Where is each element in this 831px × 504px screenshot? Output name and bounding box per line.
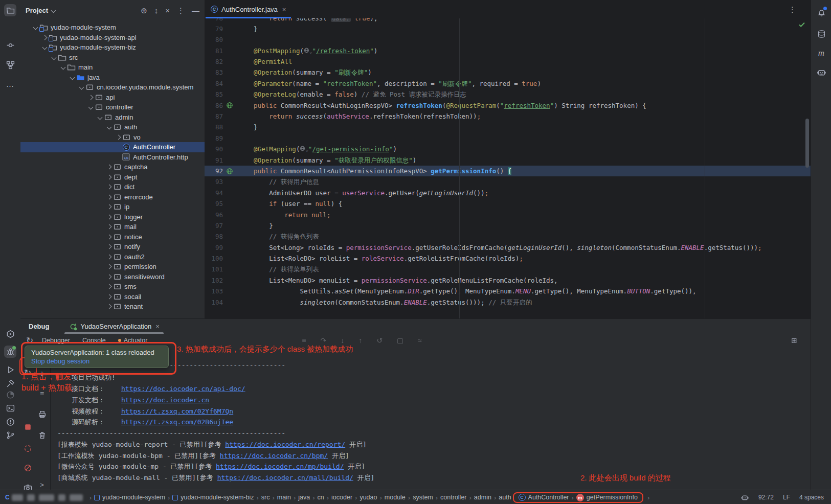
tree-item-yudao-module-system[interactable]: yudao-module-system [20,22,218,33]
chevron-right-icon[interactable] [116,134,121,140]
breadcrumb-item-iocoder[interactable]: iocoder [331,494,352,501]
breadcrumb-item-system[interactable]: system [413,494,433,501]
assistant-icon[interactable] [741,493,749,501]
console-link[interactable]: https://doc.iocoder.cn/bpm/ [220,452,328,460]
stop-debug-session-link[interactable]: Stop debug session [31,357,162,365]
console-link[interactable]: https://doc.iocoder.cn/report/ [225,441,345,448]
chevron-right-icon[interactable] [107,234,112,239]
breadcrumb-item-java[interactable]: java [298,494,310,501]
chevron-right-icon[interactable] [107,254,112,259]
chevron-down-icon[interactable] [42,45,48,50]
breadcrumb-item-yudao-module-system[interactable]: yudao-module-system [94,494,165,501]
console-link[interactable]: https://doc.iocoder.cn [121,396,209,404]
chevron-right-icon[interactable] [107,264,112,269]
stop-icon[interactable] [21,421,34,433]
chevron-down-icon[interactable] [107,125,112,130]
chevron-down-icon[interactable] [51,8,56,13]
chevron-down-icon[interactable] [33,25,38,30]
chevron-right-icon[interactable] [107,304,112,309]
breadcrumb-item-module[interactable]: module [385,494,406,501]
resume-circle-icon[interactable] [21,442,34,454]
breadcrumb-item-AuthController[interactable]: CAuthController [519,494,569,501]
breadcrumb-item-controller[interactable]: controller [440,494,466,501]
debug-panel-title[interactable]: Debug [29,323,49,330]
tree-item-yudao-module-system-biz[interactable]: yudao-module-system-biz [20,42,227,53]
step-into-icon[interactable]: ↓ [341,336,344,345]
run-icon[interactable] [4,363,16,376]
chevron-right-icon[interactable] [107,244,112,249]
locate-icon[interactable]: ⊕ [141,7,147,14]
caret-position[interactable]: 92:72 [758,494,774,501]
console-link[interactable]: https://t.zsxq.com/02Yf6M7Qn [121,407,233,415]
breadcrumb-item-cn[interactable]: cn [318,494,324,501]
api-endpoint-icon[interactable] [223,100,236,111]
chevron-right-icon[interactable] [107,214,112,219]
chevron-right-icon[interactable] [107,185,112,190]
indent-setting[interactable]: 4 spaces [799,494,824,501]
assistant-icon[interactable] [815,66,827,78]
breadcrumb-item-src[interactable]: src [261,494,270,501]
chevron-right-icon[interactable] [107,204,112,210]
chevron-down-icon[interactable] [70,75,75,80]
chevron-down-icon[interactable] [88,105,94,110]
database-icon[interactable] [815,28,827,40]
tree-item-yudao-module-system-api[interactable]: yudao-module-system-api [20,33,227,43]
chevron-right-icon[interactable] [107,165,112,170]
mute-breakpoints-icon[interactable] [21,462,34,474]
git-icon[interactable] [4,429,16,441]
tab-authcontroller-java[interactable]: C AuthController.java × [205,0,292,18]
close-icon[interactable]: × [282,6,286,13]
more-options-icon[interactable]: ⋮ [177,7,185,14]
breadcrumb-item-admin[interactable]: admin [474,494,491,501]
close-icon[interactable]: × [155,323,160,330]
hide-panel-icon[interactable]: — [192,7,199,14]
chevron-right-icon[interactable] [107,274,112,279]
collapse-all-icon[interactable]: × [165,7,170,14]
editor-scrollbar[interactable] [805,119,809,168]
menu-icon[interactable]: ≡ [302,336,306,345]
step-over-icon[interactable]: ↷ [321,336,327,345]
chevron-right-icon[interactable] [107,294,112,299]
console-link[interactable]: https://doc.iocoder.cn/mp/build/ [216,463,344,470]
project-title[interactable]: Project [26,7,48,14]
terminal-icon[interactable] [4,402,16,414]
notifications-icon[interactable] [815,6,827,18]
console-link[interactable]: https://doc.iocoder.cn/api-doc/ [121,385,245,393]
editor-more-icon[interactable]: ⋮ [789,6,796,13]
print-icon[interactable] [36,408,48,420]
maven-icon[interactable]: m [815,47,827,59]
debug-session-tab[interactable]: YudaoServerApplication × [63,319,164,334]
tree-item-src[interactable]: src [20,53,236,63]
breadcrumb-item-yudao-module-system-biz[interactable]: yudao-module-system-biz [172,494,254,501]
more-icon[interactable]: … [4,78,16,90]
profiler-icon[interactable] [4,388,16,401]
layout-settings-icon[interactable]: ⊞ [788,334,800,347]
structure-icon[interactable] [4,59,16,71]
commit-icon[interactable] [4,39,16,51]
clear-icon[interactable] [36,429,48,441]
chevron-right-icon[interactable] [42,35,48,40]
editor-content[interactable]: 78 return success( data: true);79 }8081 … [205,18,811,318]
services-icon[interactable] [4,328,16,340]
chevron-down-icon[interactable] [61,65,66,70]
expand-icon[interactable]: > [36,478,48,491]
breadcrumb-item-main[interactable]: main [277,494,291,501]
chevron-down-icon[interactable] [79,85,84,90]
chevron-right-icon[interactable] [107,224,112,230]
evaluate-icon[interactable]: ≈ [418,336,422,345]
frames-icon[interactable]: ▢ [397,336,403,345]
debug-icon[interactable] [4,346,16,358]
breadcrumb-item-yudao[interactable]: yudao [360,494,377,501]
breadcrumb-item-auth[interactable]: auth [499,494,511,501]
project-folder-icon[interactable] [4,4,16,16]
chevron-down-icon[interactable] [52,55,57,60]
console-link[interactable]: https://doc.iocoder.cn/mall/build/ [217,474,353,482]
build-icon[interactable] [4,377,16,390]
chevron-right-icon[interactable] [107,194,112,199]
run-to-cursor-icon[interactable]: ↺ [376,336,383,345]
problems-icon[interactable] [4,416,16,428]
expand-collapse-icon[interactable]: ↕ [154,7,159,14]
chevron-down-icon[interactable] [98,114,103,120]
api-endpoint-icon[interactable] [223,166,236,176]
chevron-right-icon[interactable] [107,174,112,179]
